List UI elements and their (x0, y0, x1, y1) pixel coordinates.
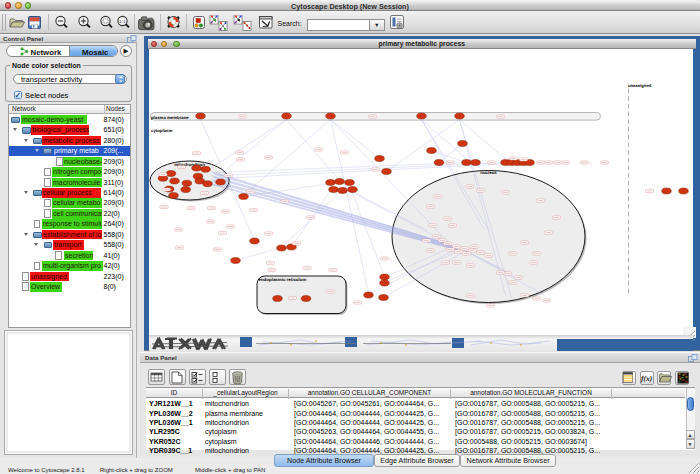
svg-text:nucleus: nucleus (480, 170, 497, 175)
svg-text:1:1: 1:1 (119, 19, 126, 24)
svg-text:endoplasmic reticulum: endoplasmic reticulum (258, 277, 306, 282)
svg-text:f(x): f(x) (641, 374, 653, 383)
svg-text:unassigned: unassigned (628, 83, 652, 88)
svg-text:cytoplasm: cytoplasm (151, 128, 172, 133)
svg-text:plasma membrane: plasma membrane (151, 114, 189, 119)
